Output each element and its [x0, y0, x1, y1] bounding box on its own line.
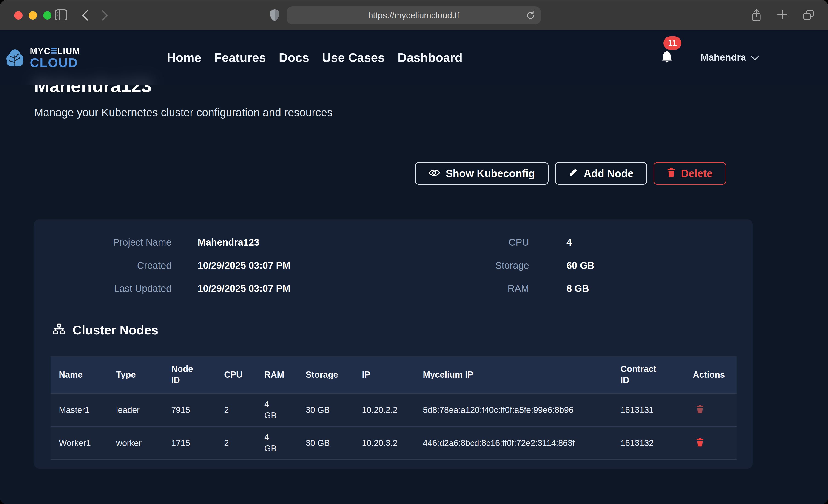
info-row-last-updated: Last Updated 10/29/2025 03:07 PM: [34, 282, 290, 295]
url-text: https://myceliumcloud.tf: [368, 10, 459, 20]
col-mycelium-ip: Mycelium IP: [423, 370, 620, 380]
col-actions: Actions: [693, 370, 737, 380]
col-cpu: CPU: [224, 370, 264, 380]
user-menu[interactable]: Mahendra: [700, 30, 759, 85]
node-type: leader: [116, 405, 171, 415]
node-contract-id: 1613131: [620, 405, 693, 415]
node-cpu: 2: [224, 405, 264, 415]
col-node-id: Node ID: [171, 364, 224, 386]
tab-overview-icon[interactable]: [802, 9, 815, 23]
table-header-row: Name Type Node ID CPU RAM Storage IP Myc…: [50, 356, 737, 393]
table-row: Master1 leader 7915 2 4 GB 30 GB 10.20.2…: [50, 393, 737, 426]
node-id: 1715: [171, 438, 224, 448]
delete-cluster-button[interactable]: Delete: [654, 162, 726, 185]
back-icon[interactable]: [81, 10, 89, 21]
brand-name: MYCLIUM CLOUD: [30, 46, 80, 69]
col-name: Name: [50, 370, 116, 380]
cluster-info-left: Project Name Mahendra123 Created 10/29/2…: [34, 236, 290, 305]
node-name: Worker1: [50, 438, 116, 448]
delete-node-button[interactable]: [693, 404, 704, 414]
zoom-window-button[interactable]: [43, 11, 51, 19]
node-name: Master1: [50, 405, 116, 415]
col-ip: IP: [362, 370, 423, 380]
trash-icon: [667, 167, 675, 180]
col-ram: RAM: [264, 370, 306, 380]
privacy-shield-icon[interactable]: [270, 9, 280, 22]
cluster-info-right: CPU 4 Storage 60 GB RAM 8 GB: [425, 236, 594, 305]
toolbar-right-icons: [750, 9, 815, 23]
node-ip: 10.20.3.2: [362, 438, 423, 448]
forward-icon[interactable]: [101, 10, 109, 21]
pencil-icon: [569, 167, 578, 180]
info-row-project-name: Project Name Mahendra123: [34, 236, 290, 249]
bell-icon: [661, 61, 673, 65]
info-row-cpu: CPU 4: [425, 236, 594, 249]
user-name: Mahendra: [700, 52, 746, 63]
delete-node-button[interactable]: [693, 437, 704, 447]
nav-features[interactable]: Features: [214, 50, 266, 65]
nav-home[interactable]: Home: [167, 50, 201, 65]
cluster-nodes-table: Name Type Node ID CPU RAM Storage IP Myc…: [50, 356, 737, 460]
node-ram: 4 GB: [264, 432, 306, 454]
nav-docs[interactable]: Docs: [279, 50, 309, 65]
node-storage: 30 GB: [306, 405, 362, 415]
node-type: worker: [116, 438, 171, 448]
show-kubeconfig-button[interactable]: Show Kubeconfig: [415, 162, 548, 185]
share-icon[interactable]: [750, 9, 762, 23]
table-row: Worker1 worker 1715 2 4 GB 30 GB 10.20.3…: [50, 426, 737, 460]
window-controls: [14, 11, 51, 19]
node-mycelium-ip: 446:d2a6:8bcd:8c16:ff0f:72e2:3114:863f: [423, 437, 584, 449]
node-cpu: 2: [224, 438, 264, 448]
node-ram: 4 GB: [264, 399, 306, 421]
eye-icon: [428, 167, 440, 180]
node-storage: 30 GB: [306, 438, 362, 448]
nav-dashboard[interactable]: Dashboard: [398, 50, 462, 65]
new-tab-icon[interactable]: [777, 9, 788, 23]
col-storage: Storage: [306, 370, 362, 380]
col-type: Type: [116, 370, 171, 380]
main-nav: Home Features Docs Use Cases Dashboard: [167, 30, 462, 85]
logo-e-bars: [51, 48, 56, 54]
cloud-logo-icon: [6, 48, 24, 68]
chevron-down-icon: [751, 52, 759, 63]
cluster-nodes-heading: Cluster Nodes: [52, 323, 158, 337]
browser-toolbar: https://myceliumcloud.tf: [0, 0, 828, 30]
site-header: MYCLIUM CLOUD Home Features Docs Use Cas…: [0, 30, 828, 85]
node-ip: 10.20.2.2: [362, 405, 423, 415]
col-contract-id: Contract ID: [620, 364, 693, 386]
sitemap-icon: [52, 324, 66, 337]
address-bar[interactable]: https://myceliumcloud.tf: [287, 6, 541, 24]
info-row-ram: RAM 8 GB: [425, 282, 594, 295]
info-row-storage: Storage 60 GB: [425, 259, 594, 272]
page-content: Mahendra123 Manage your Kubernetes clust…: [0, 30, 828, 504]
notifications-button[interactable]: 11: [661, 50, 673, 65]
close-window-button[interactable]: [14, 11, 23, 19]
reload-icon[interactable]: [526, 10, 536, 22]
node-contract-id: 1613132: [620, 438, 693, 448]
notification-badge: 11: [663, 36, 681, 50]
add-node-button[interactable]: Add Node: [555, 162, 647, 185]
page-subtitle: Manage your Kubernetes cluster configura…: [34, 106, 333, 119]
info-row-created: Created 10/29/2025 03:07 PM: [34, 259, 290, 272]
cluster-details-panel: Project Name Mahendra123 Created 10/29/2…: [34, 219, 753, 469]
nav-use-cases[interactable]: Use Cases: [322, 50, 385, 65]
brand-logo[interactable]: MYCLIUM CLOUD: [6, 46, 80, 69]
cluster-actions: Show Kubeconfig Add Node Delete: [415, 162, 726, 185]
browser-window: https://myceliumcloud.tf: [0, 0, 828, 504]
minimize-window-button[interactable]: [29, 11, 37, 19]
node-id: 7915: [171, 405, 224, 415]
node-mycelium-ip: 5d8:78ea:a120:f40c:ff0f:a5fe:99e6:8b96: [423, 404, 584, 416]
sidebar-toggle-icon[interactable]: [55, 9, 68, 21]
